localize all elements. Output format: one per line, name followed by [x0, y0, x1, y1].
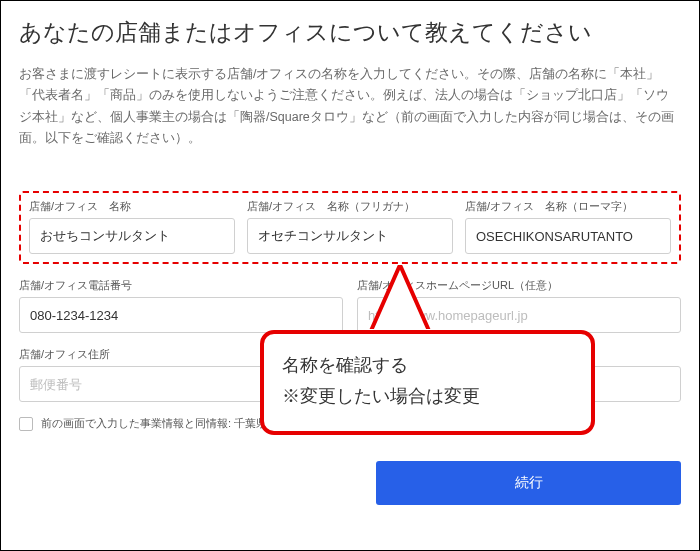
- input-store-furigana[interactable]: [247, 218, 453, 254]
- continue-button[interactable]: 続行: [376, 461, 681, 505]
- field-store-furigana: 店舗/オフィス 名称（フリガナ）: [247, 199, 453, 254]
- label-phone: 店舗/オフィス電話番号: [19, 278, 343, 293]
- checkbox-label: 前の画面で入力した事業情報と同情報: 千葉県 千葉市 中央区 弁天 4-88-1…: [41, 416, 523, 431]
- input-phone[interactable]: [19, 297, 343, 333]
- input-store-romaji[interactable]: [465, 218, 671, 254]
- same-as-previous-checkbox-row[interactable]: 前の画面で入力した事業情報と同情報: 千葉県 千葉市 中央区 弁天 4-88-1…: [19, 416, 681, 431]
- field-store-romaji: 店舗/オフィス 名称（ローマ字）: [465, 199, 671, 254]
- label-store-romaji: 店舗/オフィス 名称（ローマ字）: [465, 199, 671, 214]
- highlighted-name-fields: 店舗/オフィス 名称 店舗/オフィス 名称（フリガナ） 店舗/オフィス 名称（ロ…: [19, 191, 681, 264]
- page-description: お客さまに渡すレシートに表示する店舗/オフィスの名称を入力してください。その際、…: [19, 64, 681, 149]
- field-address: 店舗/オフィス住所: [19, 347, 681, 402]
- field-phone: 店舗/オフィス電話番号: [19, 278, 343, 333]
- checkbox-icon[interactable]: [19, 417, 33, 431]
- input-url[interactable]: [357, 297, 681, 333]
- field-store-name: 店舗/オフィス 名称: [29, 199, 235, 254]
- label-store-name: 店舗/オフィス 名称: [29, 199, 235, 214]
- label-url: 店舗/オフィスホームページURL（任意）: [357, 278, 681, 293]
- page-title: あなたの店舗またはオフィスについて教えてください: [19, 17, 681, 48]
- label-store-furigana: 店舗/オフィス 名称（フリガナ）: [247, 199, 453, 214]
- input-postal-code[interactable]: [19, 366, 681, 402]
- field-url: 店舗/オフィスホームページURL（任意）: [357, 278, 681, 333]
- input-store-name[interactable]: [29, 218, 235, 254]
- label-address: 店舗/オフィス住所: [19, 347, 681, 362]
